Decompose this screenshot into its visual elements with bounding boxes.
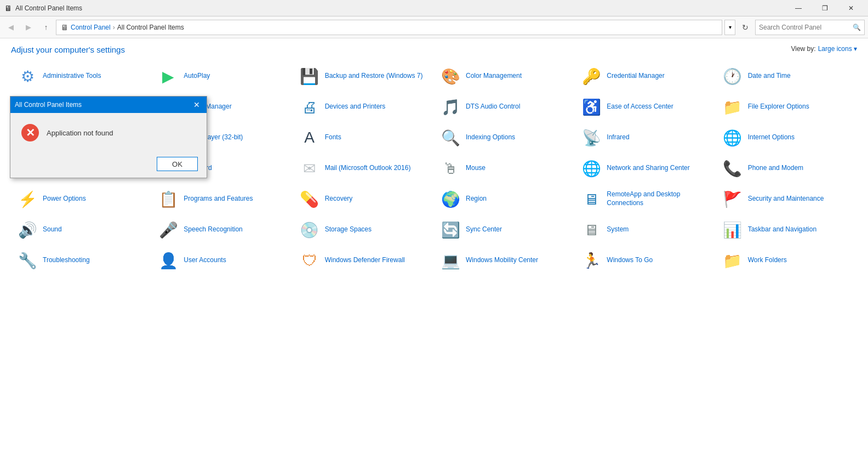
dialog-title-bar: All Control Panel Items ✕ <box>10 97 207 113</box>
window-title: All Control Panel Items <box>15 4 82 12</box>
maximize-button[interactable]: ❐ <box>812 0 837 16</box>
dialog-footer: OK <box>10 152 207 178</box>
address-path: 🖥 Control Panel › All Control Panel Item… <box>56 20 722 35</box>
title-bar-left: 🖥 All Control Panel Items <box>4 4 82 13</box>
error-icon: ✕ <box>21 124 39 141</box>
forward-button[interactable]: ▶ <box>21 20 36 35</box>
path-current: All Control Panel Items <box>117 24 184 31</box>
path-control-panel[interactable]: Control Panel <box>71 24 111 31</box>
path-icon: 🖥 <box>61 23 68 32</box>
dialog-body: ✕ Application not found <box>10 113 207 152</box>
title-bar: 🖥 All Control Panel Items — ❐ ✕ <box>0 0 868 16</box>
dialog-overlay: All Control Panel Items ✕ ✕ Application … <box>0 38 868 282</box>
dialog-message: Application not found <box>47 129 113 137</box>
up-button[interactable]: ↑ <box>38 20 54 35</box>
dialog-title: All Control Panel Items <box>15 101 82 109</box>
search-icon[interactable]: 🔍 <box>853 24 861 31</box>
minimize-button[interactable]: — <box>786 0 811 16</box>
error-dialog: All Control Panel Items ✕ ✕ Application … <box>10 96 207 178</box>
main-content: Adjust your computer's settings View by:… <box>0 38 868 282</box>
back-button[interactable]: ◀ <box>3 20 19 35</box>
title-bar-controls: — ❐ ✕ <box>786 0 864 16</box>
window-icon: 🖥 <box>4 4 12 13</box>
address-bar: ◀ ▶ ↑ 🖥 Control Panel › All Control Pane… <box>0 16 868 38</box>
dialog-close-button[interactable]: ✕ <box>191 99 202 110</box>
search-box: 🔍 <box>755 20 865 35</box>
refresh-button[interactable]: ↻ <box>738 20 753 35</box>
address-right: ▾ ↻ 🔍 <box>724 20 865 35</box>
dialog-ok-button[interactable]: OK <box>157 157 198 171</box>
path-separator: › <box>113 24 115 31</box>
search-input[interactable] <box>759 24 850 31</box>
close-button[interactable]: ✕ <box>838 0 864 16</box>
path-dropdown-button[interactable]: ▾ <box>724 20 735 35</box>
